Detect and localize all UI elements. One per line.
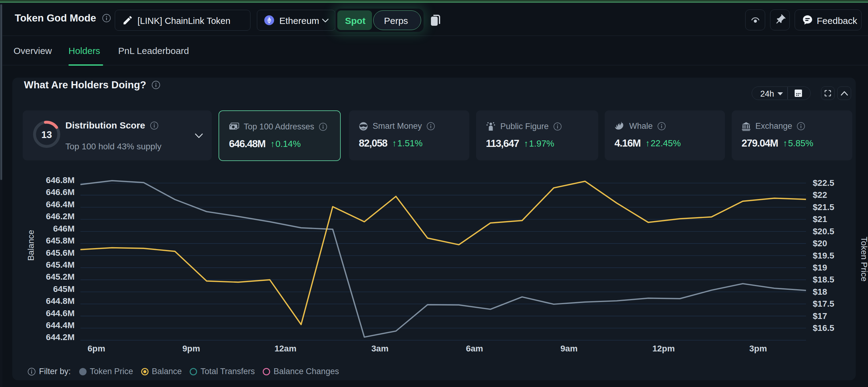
svg-text:3pm: 3pm [749, 344, 767, 353]
svg-text:645.8M: 645.8M [46, 236, 74, 245]
svg-text:$20: $20 [813, 239, 827, 248]
svg-text:9pm: 9pm [182, 344, 200, 353]
svg-text:644.8M: 644.8M [46, 296, 74, 306]
svg-text:646.2M: 646.2M [46, 212, 74, 221]
svg-text:$17: $17 [813, 311, 827, 321]
svg-text:$17.5: $17.5 [813, 299, 834, 309]
svg-text:$21.5: $21.5 [813, 202, 834, 212]
svg-text:646M: 646M [53, 224, 74, 233]
svg-text:6pm: 6pm [88, 344, 105, 353]
svg-text:$21: $21 [813, 214, 827, 224]
svg-text:$19.5: $19.5 [813, 251, 834, 260]
svg-text:646.6M: 646.6M [46, 187, 74, 197]
svg-text:646.8M: 646.8M [46, 175, 74, 185]
svg-text:12pm: 12pm [652, 344, 675, 353]
svg-text:3am: 3am [371, 344, 389, 353]
svg-text:644.2M: 644.2M [46, 332, 74, 342]
svg-text:645.4M: 645.4M [46, 260, 74, 270]
svg-text:644.4M: 644.4M [46, 320, 74, 330]
svg-text:$18: $18 [813, 287, 827, 296]
svg-text:$18.5: $18.5 [813, 275, 834, 284]
svg-text:645M: 645M [53, 284, 74, 294]
svg-text:12am: 12am [274, 344, 297, 353]
svg-text:$22: $22 [813, 190, 827, 200]
svg-text:Balance: Balance [26, 230, 36, 261]
svg-text:$19: $19 [813, 263, 827, 272]
svg-text:645.2M: 645.2M [46, 272, 74, 282]
svg-text:644.6M: 644.6M [46, 309, 74, 318]
svg-text:$22.5: $22.5 [813, 178, 834, 188]
svg-text:$20.5: $20.5 [813, 226, 834, 236]
svg-text:646.4M: 646.4M [46, 200, 74, 209]
svg-text:Token Price: Token Price [859, 237, 868, 282]
svg-text:9am: 9am [560, 344, 578, 353]
svg-text:645.6M: 645.6M [46, 248, 74, 257]
svg-text:$16.5: $16.5 [813, 323, 834, 333]
svg-text:6am: 6am [466, 344, 483, 353]
